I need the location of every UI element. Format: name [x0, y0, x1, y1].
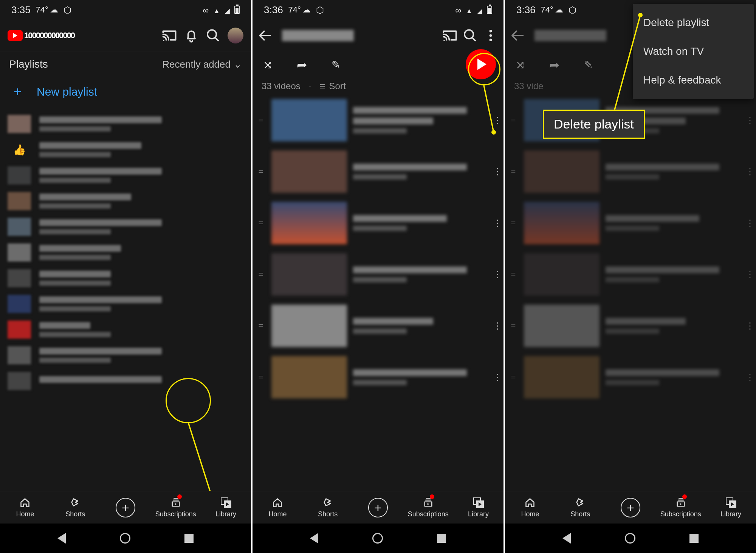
- system-back-button[interactable]: [57, 533, 66, 544]
- video-more-button[interactable]: ⋮: [493, 218, 500, 228]
- video-more-button[interactable]: ⋮: [493, 321, 500, 331]
- nav-create[interactable]: [101, 491, 151, 524]
- video-item[interactable]: ⋮: [253, 300, 503, 352]
- video-more-button[interactable]: ⋮: [745, 269, 752, 280]
- share-button[interactable]: [547, 57, 562, 72]
- cast-button[interactable]: [442, 28, 457, 43]
- video-item[interactable]: ⋮: [253, 249, 503, 300]
- drag-handle-icon[interactable]: [509, 321, 518, 331]
- video-item[interactable]: ⋮: [253, 197, 503, 249]
- system-back-button[interactable]: [562, 533, 571, 544]
- drag-handle-icon[interactable]: [509, 115, 518, 125]
- sort-button[interactable]: Sort: [319, 81, 345, 92]
- video-item[interactable]: ⋮: [505, 300, 756, 352]
- youtube-logo[interactable]: 1000000000000: [8, 30, 74, 41]
- playlist-item[interactable]: [0, 214, 251, 240]
- menu-delete-playlist[interactable]: Delete playlist: [633, 8, 754, 37]
- share-button[interactable]: [294, 57, 309, 72]
- drag-handle-icon[interactable]: [256, 167, 265, 177]
- video-item[interactable]: ⋮: [505, 146, 756, 197]
- system-recent-button[interactable]: [689, 534, 699, 543]
- nav-shorts[interactable]: Shorts: [555, 491, 606, 524]
- system-home-button[interactable]: [625, 533, 635, 544]
- nav-shorts[interactable]: Shorts: [50, 491, 101, 524]
- drag-handle-icon[interactable]: [256, 372, 265, 382]
- drag-handle-icon[interactable]: [256, 218, 265, 228]
- drag-handle-icon[interactable]: [509, 218, 518, 228]
- svg-point-4: [443, 40, 445, 41]
- playlist-item[interactable]: [0, 317, 251, 342]
- playlist-item[interactable]: [0, 111, 251, 137]
- playlist-item[interactable]: 👍: [0, 137, 251, 163]
- edit-button[interactable]: [581, 57, 596, 72]
- shuffle-button[interactable]: [513, 57, 528, 72]
- nav-library[interactable]: Library: [453, 491, 503, 524]
- video-more-button[interactable]: ⋮: [493, 115, 500, 125]
- system-home-button[interactable]: [120, 533, 130, 544]
- nav-library[interactable]: Library: [201, 491, 251, 524]
- video-more-button[interactable]: ⋮: [745, 372, 752, 383]
- playlist-item[interactable]: [0, 291, 251, 317]
- playlist-item[interactable]: [0, 368, 251, 394]
- nav-subscriptions[interactable]: Subscriptions: [403, 491, 453, 524]
- playlist-item[interactable]: [0, 265, 251, 291]
- menu-help-feedback[interactable]: Help & feedback: [633, 66, 754, 94]
- nav-create[interactable]: [606, 491, 656, 524]
- video-more-button[interactable]: ⋮: [745, 166, 752, 177]
- video-item[interactable]: ⋮: [253, 94, 503, 146]
- shuffle-button[interactable]: [260, 57, 275, 72]
- playlist-item[interactable]: [0, 342, 251, 368]
- video-item[interactable]: ⋮: [253, 352, 503, 403]
- cast-button[interactable]: [162, 28, 177, 43]
- video-more-button[interactable]: ⋮: [493, 166, 500, 177]
- video-item[interactable]: ⋮: [505, 352, 756, 403]
- system-home-button[interactable]: [372, 533, 383, 544]
- nav-subscriptions[interactable]: Subscriptions: [150, 491, 201, 524]
- video-item[interactable]: ⋮: [505, 197, 756, 249]
- search-button[interactable]: [463, 28, 478, 43]
- shorts-icon: [69, 497, 81, 509]
- drag-handle-icon[interactable]: [509, 372, 518, 382]
- nav-subscriptions[interactable]: Subscriptions: [655, 491, 706, 524]
- library-icon: [473, 497, 484, 508]
- back-button[interactable]: [258, 28, 273, 43]
- menu-watch-on-tv[interactable]: Watch on TV: [633, 37, 754, 66]
- nav-home[interactable]: Home: [253, 491, 303, 524]
- video-more-button[interactable]: ⋮: [745, 321, 752, 331]
- system-recent-button[interactable]: [437, 534, 446, 543]
- system-recent-button[interactable]: [184, 534, 194, 543]
- video-more-button[interactable]: ⋮: [745, 115, 752, 125]
- drag-handle-icon[interactable]: [256, 115, 265, 125]
- bottom-nav: Home Shorts Subscriptions Library: [505, 491, 756, 524]
- system-nav: [0, 524, 251, 553]
- nav-home[interactable]: Home: [505, 491, 555, 524]
- edit-button[interactable]: [328, 57, 343, 72]
- system-back-button[interactable]: [310, 533, 318, 544]
- playlist-item[interactable]: [0, 240, 251, 265]
- drag-handle-icon[interactable]: [509, 270, 518, 279]
- video-item[interactable]: ⋮: [505, 249, 756, 300]
- video-more-button[interactable]: ⋮: [493, 269, 500, 280]
- nav-home[interactable]: Home: [0, 491, 50, 524]
- drag-handle-icon[interactable]: [256, 270, 265, 279]
- video-more-button[interactable]: ⋮: [493, 372, 500, 383]
- drag-handle-icon[interactable]: [509, 167, 518, 177]
- playlist-item[interactable]: [0, 163, 251, 188]
- playlist-item[interactable]: [0, 188, 251, 214]
- avatar[interactable]: [228, 28, 243, 43]
- notifications-button[interactable]: [184, 28, 199, 43]
- nav-create[interactable]: [353, 491, 403, 524]
- plus-circle-icon: [621, 498, 640, 517]
- video-item[interactable]: ⋮: [253, 146, 503, 197]
- sort-dropdown[interactable]: Recently added: [162, 59, 242, 70]
- new-playlist-button[interactable]: + New playlist: [0, 77, 251, 111]
- play-all-button[interactable]: [466, 49, 496, 79]
- drag-handle-icon[interactable]: [256, 321, 265, 331]
- more-button[interactable]: [483, 28, 498, 43]
- status-time: 3:36: [516, 4, 536, 16]
- nav-library[interactable]: Library: [706, 491, 756, 524]
- nav-shorts[interactable]: Shorts: [303, 491, 353, 524]
- video-more-button[interactable]: ⋮: [745, 218, 752, 228]
- search-button[interactable]: [206, 28, 221, 43]
- back-button[interactable]: [510, 28, 525, 43]
